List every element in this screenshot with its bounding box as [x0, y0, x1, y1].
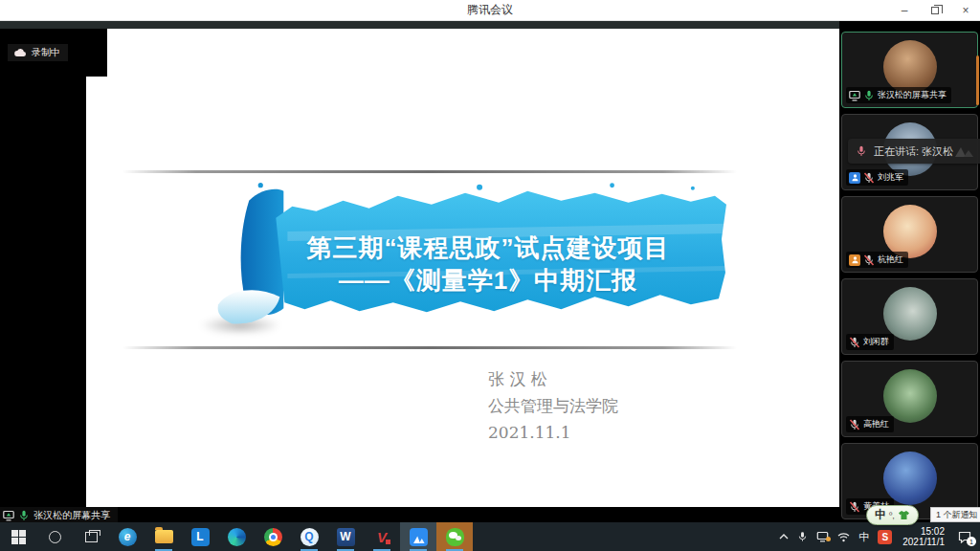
speaking-toast: 正在讲话: 张汉松: [848, 139, 980, 164]
taskbar-tencent-meeting[interactable]: [400, 522, 436, 551]
taskbar-edge-legacy[interactable]: e: [109, 522, 145, 551]
participant-label: 高艳红: [846, 416, 894, 432]
notification-popup[interactable]: 1 个新通知: [930, 507, 980, 522]
participants-sidebar: 张汉松的屏幕共享 刘兆军 杭艳红: [839, 21, 980, 522]
cortana-icon: [49, 531, 61, 543]
taskbar-wechat[interactable]: [436, 522, 473, 551]
red-v-app-icon: V: [377, 529, 387, 545]
slide-title-line2: ——《测量学1》中期汇报: [247, 264, 729, 297]
meeting-logo-watermark: [953, 143, 978, 159]
window-controls: – ×: [896, 0, 974, 21]
tray-expand-chevron[interactable]: [779, 534, 789, 540]
ime-punctuation-text: º,: [889, 511, 895, 520]
l-app-icon: L: [191, 528, 210, 546]
participant-name: 张汉松的屏幕共享: [878, 89, 947, 101]
taskbar-word[interactable]: W: [327, 522, 364, 551]
presenter-date: 2021.11.1: [488, 419, 618, 446]
sogou-skin-shirt-icon: [898, 510, 910, 520]
ime-mode-text: 中: [875, 507, 886, 523]
window-title: 腾讯会议: [467, 2, 513, 18]
wechat-icon: [446, 528, 464, 546]
host-badge-icon: [849, 172, 860, 184]
avatar: [883, 369, 937, 423]
participant-label: 刘闲群: [846, 334, 894, 350]
mic-on-icon: [863, 90, 875, 101]
restore-button[interactable]: [926, 2, 944, 19]
tray-clock[interactable]: 15:02 2021/11/1: [901, 526, 947, 547]
quark-browser-icon: Q: [301, 528, 319, 546]
screen-share-icon: [849, 90, 860, 101]
participant-tile[interactable]: 高艳红: [841, 361, 978, 437]
action-center-badge: 1: [967, 537, 976, 546]
shared-slide: 第三期“课程思政”试点建设项目 ——《测量学1》中期汇报 张 汉 松 公共管理与…: [86, 29, 839, 507]
tencent-meeting-window: 腾讯会议 – ×: [0, 0, 980, 551]
window-titlebar[interactable]: 腾讯会议 – ×: [0, 0, 980, 21]
participant-tile[interactable]: 刘闲群: [841, 278, 978, 355]
chrome-icon: [264, 528, 282, 546]
display-alert-dot: [826, 537, 831, 541]
taskbar-file-explorer[interactable]: [145, 522, 182, 551]
person-icon: [851, 173, 859, 182]
taskbar-chrome[interactable]: [255, 522, 291, 551]
participant-label: 杭艳红: [846, 252, 908, 268]
mic-muted-icon: [849, 337, 860, 348]
close-button[interactable]: ×: [957, 2, 974, 19]
start-button[interactable]: [0, 522, 36, 551]
person-icon: [851, 255, 859, 264]
windows-taskbar: e L Q W V: [0, 522, 980, 551]
tencent-meeting-icon: [410, 528, 428, 546]
task-view-button[interactable]: [73, 522, 109, 551]
minimize-button[interactable]: –: [896, 2, 913, 19]
cortana-button[interactable]: [36, 522, 73, 551]
windows-logo-icon: [11, 530, 26, 544]
recording-label: 录制中: [32, 46, 60, 59]
mic-muted-icon: [863, 172, 875, 184]
presenter-block: 张 汉 松 公共管理与法学院 2021.11.1: [488, 365, 618, 446]
participant-name: 刘兆军: [878, 171, 903, 184]
edge-chromium-icon: [228, 528, 246, 546]
sogou-input-icon[interactable]: S: [878, 530, 892, 544]
notification-text: 1 个新通知: [936, 509, 978, 521]
speaking-mic-icon: [856, 145, 867, 157]
system-tray: 中 S 15:02 2021/11/1 1: [779, 522, 980, 551]
taskbar-quark[interactable]: Q: [291, 522, 327, 551]
recording-indicator[interactable]: 录制中: [8, 44, 68, 61]
avatar: [883, 287, 937, 341]
tray-ime-indicator[interactable]: 中: [858, 530, 869, 544]
participant-name: 高艳红: [863, 418, 889, 430]
screen-share-icon: [3, 510, 14, 521]
task-view-icon: [85, 532, 98, 542]
restore-icon: [931, 7, 939, 14]
sidebar-scrollbar[interactable]: [976, 55, 979, 105]
screen-share-status-bar[interactable]: 张汉松的屏幕共享: [0, 507, 118, 523]
edge-legacy-icon: e: [119, 528, 137, 546]
tray-mic-icon[interactable]: [797, 531, 808, 542]
cloud-record-icon: [13, 48, 27, 57]
taskbar-edge-chromium[interactable]: [218, 522, 255, 551]
tray-wifi-icon[interactable]: [837, 532, 850, 542]
file-explorer-icon: [155, 530, 173, 543]
slide-divider-bottom: [122, 346, 737, 349]
avatar: [883, 452, 937, 505]
share-bar-label: 张汉松的屏幕共享: [33, 509, 110, 522]
presenter-department: 公共管理与法学院: [488, 392, 618, 419]
taskbar-l-app[interactable]: L: [182, 522, 218, 551]
participant-tile-share[interactable]: 张汉松的屏幕共享: [841, 32, 978, 108]
ime-status-bubble[interactable]: 中 º,: [866, 505, 919, 525]
participant-name: 杭艳红: [878, 253, 903, 266]
taskbar-wps[interactable]: V: [364, 522, 400, 551]
mic-muted-icon: [863, 254, 875, 266]
presenter-name: 张 汉 松: [488, 365, 618, 392]
participant-label: 刘兆军: [846, 169, 908, 186]
tray-display-icon[interactable]: [816, 531, 829, 542]
avatar: [883, 40, 937, 94]
participant-tile[interactable]: 杭艳红: [841, 196, 978, 273]
participant-name: 刘闲群: [863, 336, 889, 348]
word-icon: W: [337, 528, 355, 546]
mic-on-icon: [18, 510, 30, 521]
mic-muted-icon: [849, 419, 860, 430]
mic-muted-icon: [849, 501, 860, 513]
action-center-button[interactable]: 1: [955, 527, 974, 546]
avatar: [883, 205, 937, 258]
tray-date: 2021/11/1: [902, 537, 945, 547]
